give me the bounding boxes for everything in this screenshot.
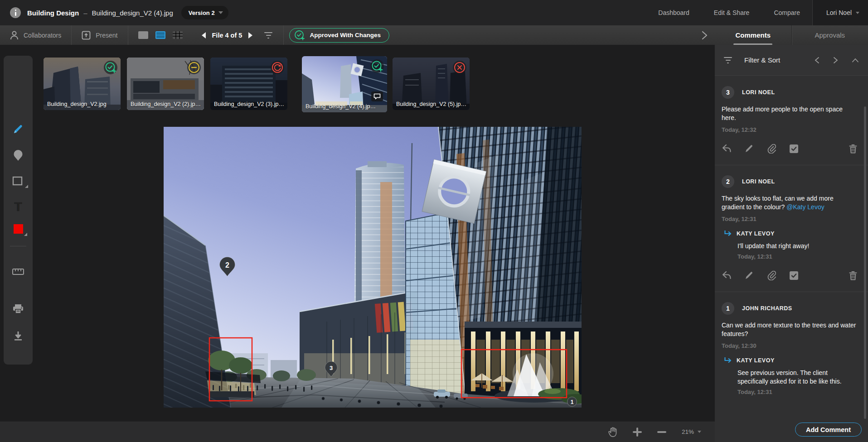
- measure-tool-button[interactable]: [4, 262, 33, 282]
- comments-list: 3 LORI NOEL Please add more people to th…: [715, 76, 868, 419]
- thumbnail-filename: Building_design_V2 (5).jp…: [396, 101, 468, 107]
- comment-timestamp: Today, 12:30: [722, 342, 857, 349]
- tab-approvals[interactable]: Approvals: [791, 25, 868, 45]
- filmstrip-view-icon[interactable]: [155, 31, 165, 39]
- reply-timestamp: Today, 12:31: [737, 253, 857, 260]
- file-title: Building_design_V2 (4).jpg: [92, 9, 173, 17]
- comment-thread: 3 LORI NOEL Please add more people to th…: [722, 86, 857, 165]
- collaborators-button[interactable]: Collaborators: [0, 25, 71, 45]
- main-image[interactable]: 2 3 1: [164, 127, 582, 408]
- comment-number-badge[interactable]: 3: [722, 86, 734, 99]
- zoom-level-dropdown[interactable]: 21%: [682, 428, 701, 435]
- comment-actions: [722, 144, 857, 154]
- comment-text: The sky looks too flat, can we add more …: [722, 194, 857, 211]
- pin-comment-icon: [13, 149, 23, 161]
- zoom-in-icon[interactable]: [633, 428, 642, 437]
- comment-text: Can we add more texture to the trees and…: [722, 321, 857, 338]
- download-button[interactable]: [4, 326, 33, 346]
- comment-author: LORI NOEL: [742, 89, 775, 96]
- user-menu[interactable]: Lori Noel: [812, 0, 868, 25]
- next-comment-icon[interactable]: [833, 57, 838, 64]
- present-icon: [82, 31, 91, 40]
- shape-tool-button[interactable]: [4, 172, 33, 192]
- grid-view-icon[interactable]: [173, 31, 183, 39]
- thumbnail-4-selected[interactable]: Building_design_V2 (4).jp…: [302, 56, 387, 112]
- delete-icon[interactable]: [849, 271, 857, 280]
- download-icon: [13, 331, 23, 341]
- next-file-icon[interactable]: [248, 32, 252, 38]
- edit-icon[interactable]: [745, 271, 754, 280]
- proofing-app: Building Design – Building_design_V2 (4)…: [0, 0, 868, 442]
- comment-reply: KATY LEVOY I'll update that right away! …: [722, 230, 857, 260]
- submenu-corner-icon: [25, 185, 28, 188]
- shape-icon: [12, 176, 24, 187]
- filter-icon[interactable]: [264, 32, 272, 38]
- collapse-panel-icon[interactable]: [852, 58, 859, 62]
- zoom-out-icon[interactable]: [657, 428, 666, 437]
- thumbnail-2[interactable]: Building_design_V2 (2).jp…: [127, 58, 204, 110]
- delete-icon[interactable]: [849, 144, 857, 154]
- info-icon[interactable]: [10, 7, 21, 18]
- draw-tool-button[interactable]: [4, 119, 33, 139]
- user-name: Lori Noel: [826, 9, 852, 16]
- version-label: Version 2: [189, 10, 215, 16]
- comment-reply: KATY LEVOY See previous version. The cli…: [722, 357, 857, 395]
- reply-icon[interactable]: [722, 144, 732, 153]
- present-button[interactable]: Present: [72, 25, 127, 45]
- prev-comment-icon[interactable]: [815, 57, 820, 64]
- reply-indicator-icon: [724, 230, 732, 237]
- comment-number-badge[interactable]: 2: [722, 175, 734, 188]
- nav-dashboard[interactable]: Dashboard: [658, 9, 689, 16]
- thumbnail-1[interactable]: Building_design_V2.jpg: [44, 58, 121, 110]
- comment-header: 2 LORI NOEL: [722, 175, 857, 188]
- panel-scrollbar[interactable]: [864, 106, 866, 419]
- text-tool-button[interactable]: T: [4, 197, 33, 217]
- status-approved-icon: [370, 59, 384, 73]
- add-comment-button[interactable]: Add Comment: [795, 423, 862, 437]
- pan-icon[interactable]: [608, 427, 617, 437]
- print-button[interactable]: [4, 299, 33, 319]
- filter-sort-label: Filter & Sort: [744, 56, 780, 64]
- thumbnail-filename: Building_design_V2.jpg: [47, 101, 119, 107]
- add-comment-bar: Add Comment: [715, 419, 868, 442]
- chevron-down-icon: [856, 12, 859, 14]
- chevron-down-icon: [218, 11, 223, 14]
- comment-author: LORI NOEL: [742, 178, 775, 185]
- title-separator: –: [83, 9, 87, 17]
- pin-comment-tool-button[interactable]: [4, 145, 33, 165]
- approval-status-badge[interactable]: Approved With Changes: [289, 28, 389, 43]
- comment-number-badge[interactable]: 1: [722, 302, 734, 315]
- toolbar-divider: [283, 25, 284, 45]
- pin-number: 1: [571, 399, 574, 405]
- nav-edit-share[interactable]: Edit & Share: [714, 9, 750, 16]
- filter-sort-icon[interactable]: [724, 57, 732, 63]
- comment-thread: 2 LORI NOEL The sky looks too flat, can …: [722, 165, 857, 292]
- annotation-pin-1[interactable]: 1: [567, 397, 577, 407]
- comment-header: 3 LORI NOEL: [722, 86, 857, 99]
- color-swatch-button[interactable]: [4, 219, 33, 239]
- reply-author: KATY LEVOY: [737, 357, 775, 364]
- edit-icon[interactable]: [745, 144, 754, 153]
- attach-icon[interactable]: [767, 144, 776, 154]
- file-pager: File 4 of 5: [200, 32, 255, 39]
- comment-author: JOHN RICHARDS: [742, 305, 792, 312]
- comment-nav: [815, 57, 859, 64]
- version-dropdown[interactable]: Version 2: [181, 6, 228, 19]
- mention-link[interactable]: @Katy Levoy: [786, 203, 824, 211]
- single-view-icon[interactable]: [138, 31, 148, 39]
- nav-compare[interactable]: Compare: [774, 9, 800, 16]
- resolve-icon[interactable]: [789, 271, 799, 280]
- panel-collapse-icon[interactable]: [702, 31, 708, 40]
- reply-timestamp: Today, 12:31: [737, 389, 857, 395]
- attach-icon[interactable]: [767, 271, 776, 280]
- top-bar: Building Design – Building_design_V2 (4)…: [0, 0, 868, 25]
- thumbnail-filename: Building_design_V2 (4).jp…: [305, 103, 385, 110]
- resolve-icon[interactable]: [789, 144, 799, 154]
- thumbnail-3[interactable]: Building_design_V2 (3).jp…: [210, 58, 287, 110]
- tab-comments[interactable]: Comments: [715, 25, 791, 45]
- collaborators-icon: [10, 31, 19, 40]
- collaborators-label: Collaborators: [24, 32, 61, 39]
- reply-icon[interactable]: [722, 271, 732, 280]
- thumbnail-5[interactable]: Building_design_V2 (5).jp…: [393, 58, 470, 110]
- prev-file-icon[interactable]: [202, 32, 206, 38]
